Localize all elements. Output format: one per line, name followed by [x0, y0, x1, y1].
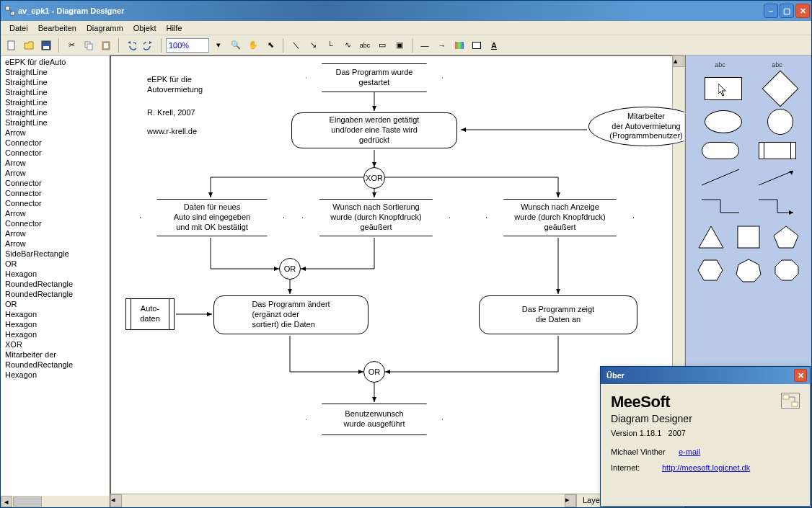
object-list-item[interactable]: OR: [2, 259, 107, 269]
horizontal-scrollbar[interactable]: ◂▸: [110, 494, 576, 507]
object-list-item[interactable]: StraightLine: [2, 77, 107, 87]
object-list-item[interactable]: eEPK für dieAuto: [2, 57, 107, 67]
palette-rectangle[interactable]: [705, 77, 742, 100]
image-tool-icon[interactable]: ▣: [392, 37, 407, 53]
pan-tool-icon[interactable]: ✋: [245, 37, 261, 53]
node-or2[interactable]: OR: [363, 361, 385, 383]
node-input[interactable]: Eingaben werden getätigt und/oder eine T…: [291, 112, 457, 148]
palette-square[interactable]: [736, 224, 762, 250]
menu-datei[interactable]: Datei: [5, 22, 32, 34]
palette-sidebar-rect[interactable]: [759, 142, 796, 159]
palette-connector-arrow[interactable]: [756, 195, 799, 217]
object-list-item[interactable]: StraightLine: [2, 117, 107, 128]
node-start[interactable]: Das Programm wurde gestartet: [306, 63, 443, 92]
zoom-combo[interactable]: [166, 38, 209, 53]
undo-icon[interactable]: [123, 37, 139, 53]
object-list-item[interactable]: StraightLine: [2, 67, 107, 77]
object-list-item[interactable]: Connector: [2, 138, 107, 148]
palette-ellipse[interactable]: [705, 110, 742, 133]
palette-connector[interactable]: [699, 195, 742, 217]
object-list-item[interactable]: RoundedRectangle: [2, 279, 107, 289]
node-end[interactable]: Benutzerwunsch wurde ausgeführt: [306, 404, 443, 435]
lineend-icon[interactable]: →: [434, 37, 450, 53]
palette-octagon[interactable]: [772, 257, 801, 283]
about-close-button[interactable]: ✕: [794, 369, 807, 382]
left-scrollbar[interactable]: ◂: [1, 496, 109, 507]
menu-hilfe[interactable]: Hilfe: [162, 22, 186, 34]
select-tool-icon[interactable]: ⬉: [262, 37, 278, 53]
object-list-item[interactable]: Arrow: [2, 168, 107, 178]
object-list-item[interactable]: Mitarbeiter der: [2, 349, 107, 360]
arrow-tool-icon[interactable]: ↘: [305, 37, 321, 53]
node-p2[interactable]: Das Programm zeigt die Daten an: [479, 295, 637, 334]
object-list-item[interactable]: Connector: [2, 188, 107, 198]
rect-tool-icon[interactable]: ▭: [374, 37, 390, 53]
object-list-item[interactable]: XOR: [2, 339, 107, 349]
save-icon[interactable]: [38, 37, 54, 53]
palette-pentagon[interactable]: [772, 224, 800, 250]
object-list[interactable]: eEPK für dieAutoStraightLineStraightLine…: [1, 55, 109, 496]
object-list-item[interactable]: Arrow: [2, 208, 107, 218]
redo-icon[interactable]: [141, 37, 156, 53]
maximize-button[interactable]: ▢: [780, 4, 794, 18]
object-list-item[interactable]: Connector: [2, 178, 107, 188]
object-list-item[interactable]: Arrow: [2, 158, 107, 168]
node-autodaten[interactable]: Auto- daten: [125, 298, 175, 330]
about-email-link[interactable]: e-mail: [679, 447, 700, 456]
node-xor[interactable]: XOR: [363, 167, 385, 189]
node-user[interactable]: Mitarbeiter der Autovermietung (Programm…: [588, 107, 684, 146]
line-tool-icon[interactable]: ＼: [288, 37, 304, 53]
object-list-item[interactable]: OR: [2, 299, 107, 309]
palette-arrow[interactable]: [756, 166, 799, 188]
palette-circle[interactable]: [767, 109, 793, 135]
connector-tool-icon[interactable]: └: [322, 37, 338, 53]
object-list-item[interactable]: Connector: [2, 148, 107, 158]
object-list-item[interactable]: StraightLine: [2, 97, 107, 107]
object-list-item[interactable]: SideBarRectangle: [2, 249, 107, 259]
textformat-icon[interactable]: A: [486, 37, 502, 53]
node-or1[interactable]: OR: [279, 258, 301, 280]
menu-objekt[interactable]: Objekt: [129, 22, 161, 34]
object-list-item[interactable]: Hexagon: [2, 269, 107, 279]
palette-hexagon[interactable]: [696, 257, 725, 283]
node-d3[interactable]: Wunsch nach Anzeige wurde (durch Knopfdr…: [486, 199, 634, 236]
palette-heptagon[interactable]: [734, 257, 763, 283]
object-list-item[interactable]: Arrow: [2, 128, 107, 138]
palette-rounded-rect[interactable]: [702, 142, 739, 159]
copy-icon[interactable]: [81, 37, 97, 53]
object-list-item[interactable]: Arrow: [2, 228, 107, 239]
new-icon[interactable]: [4, 37, 19, 53]
linecolor-icon[interactable]: [469, 37, 485, 53]
menu-bearbeiten[interactable]: Bearbeiten: [34, 22, 81, 34]
about-url-link[interactable]: http://meesoft.logicnet.dk: [662, 463, 750, 472]
canvas[interactable]: eEPK für die Autovermietung R. Krell, 20…: [110, 55, 673, 494]
close-button[interactable]: ✕: [795, 4, 810, 18]
node-p1[interactable]: Das Programm ändert (ergänzt oder sortie…: [213, 295, 369, 334]
menu-diagramm[interactable]: Diagramm: [82, 22, 128, 34]
object-list-item[interactable]: StraightLine: [2, 87, 107, 97]
open-icon[interactable]: [21, 37, 37, 53]
minimize-button[interactable]: –: [764, 4, 778, 18]
object-list-item[interactable]: Hexagon: [2, 329, 107, 339]
object-list-item[interactable]: StraightLine: [2, 107, 107, 117]
object-list-item[interactable]: Hexagon: [2, 319, 107, 329]
fillcolor-icon[interactable]: [451, 37, 467, 53]
node-d2[interactable]: Wunsch nach Sortierung wurde (durch Knop…: [302, 199, 450, 236]
cut-icon[interactable]: ✂: [63, 37, 79, 53]
palette-line[interactable]: [699, 166, 742, 188]
zoom-dropdown-icon[interactable]: ▾: [211, 37, 226, 53]
curve-tool-icon[interactable]: ∿: [340, 37, 356, 53]
object-list-item[interactable]: RoundedRectangle: [2, 360, 107, 370]
object-list-item[interactable]: Arrow: [2, 239, 107, 249]
object-list-item[interactable]: Connector: [2, 218, 107, 228]
linestyle-icon[interactable]: —: [417, 37, 433, 53]
object-list-item[interactable]: Hexagon: [2, 309, 107, 319]
object-list-item[interactable]: RoundedRectangle: [2, 289, 107, 299]
node-d1[interactable]: Daten für neues Auto sind eingegeben und…: [140, 199, 284, 236]
text-tool-icon[interactable]: abc: [357, 37, 373, 53]
paste-icon[interactable]: [98, 37, 114, 53]
palette-triangle[interactable]: [697, 224, 725, 250]
object-list-item[interactable]: Connector: [2, 198, 107, 208]
zoom-tool-icon[interactable]: 🔍: [228, 37, 244, 53]
object-list-item[interactable]: Hexagon: [2, 370, 107, 380]
